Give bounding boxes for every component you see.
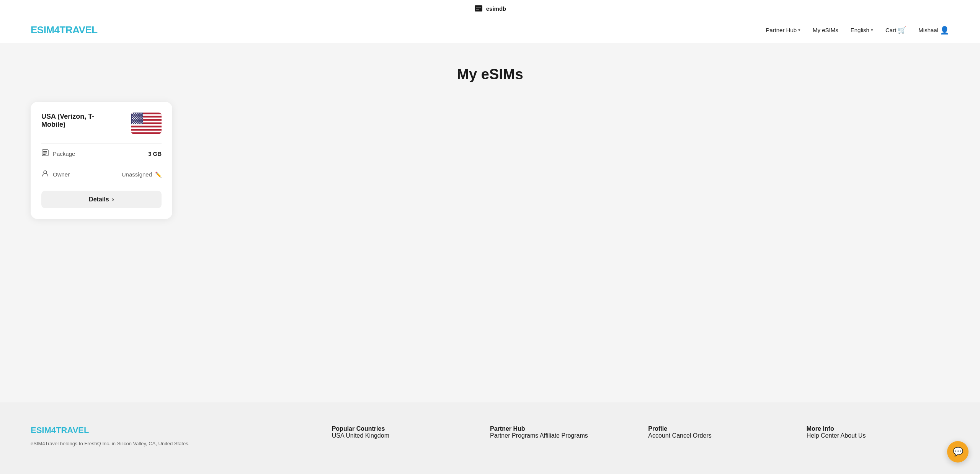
user-icon: 👤 [940, 26, 949, 35]
footer-link-partner-programs[interactable]: Partner Programs [490, 432, 538, 439]
svg-point-42 [133, 119, 134, 120]
language-label: English [851, 27, 869, 33]
svg-point-20 [139, 113, 139, 114]
main-nav: ESIM4TRAVEL Partner Hub ▾ My eSIMs Engli… [0, 17, 980, 43]
partner-hub-label: Partner Hub [766, 27, 797, 33]
esim-card-header: USA (Verizon, T-Mobile) [41, 113, 162, 134]
svg-point-57 [132, 123, 133, 124]
package-value: 3 GB [148, 150, 162, 157]
footer-more-col: More Info Help Center About Us [807, 425, 949, 448]
svg-point-19 [136, 113, 137, 114]
details-chevron-icon: › [112, 196, 114, 203]
partner-hub-nav[interactable]: Partner Hub ▾ [766, 27, 800, 33]
esim-country-name: USA (Verizon, T-Mobile) [41, 113, 118, 129]
owner-value-container: Unassigned ✏️ [122, 171, 162, 178]
footer-brand-col: ESIM4TRAVEL eSIM4Travel belongs to Fresh… [31, 425, 317, 448]
svg-point-44 [137, 119, 138, 120]
svg-point-26 [142, 114, 142, 115]
svg-point-50 [139, 121, 139, 121]
owner-icon [41, 170, 49, 179]
cart-label: Cart [885, 27, 896, 33]
svg-point-35 [139, 117, 140, 118]
svg-point-33 [135, 117, 136, 118]
user-name: Mishaal [918, 27, 938, 33]
svg-point-61 [140, 123, 141, 124]
svg-point-39 [136, 118, 137, 119]
svg-point-43 [135, 119, 136, 120]
owner-label: Owner [53, 171, 70, 178]
svg-rect-10 [131, 124, 162, 126]
svg-point-55 [139, 122, 140, 123]
svg-point-27 [132, 116, 133, 116]
svg-point-59 [136, 123, 137, 124]
logo-accent: 4 [54, 24, 60, 36]
footer-more-title: More Info [807, 425, 949, 432]
svg-point-21 [140, 113, 141, 114]
svg-point-36 [142, 117, 142, 118]
package-icon [41, 149, 49, 159]
footer: ESIM4TRAVEL eSIM4Travel belongs to Fresh… [0, 402, 980, 474]
usa-flag [131, 113, 162, 134]
footer-link-account[interactable]: Account [648, 432, 670, 439]
package-left: Package [41, 149, 75, 159]
cart-nav[interactable]: Cart 🛒 [885, 26, 906, 34]
package-label: Package [53, 150, 75, 157]
svg-point-34 [137, 117, 138, 118]
svg-rect-15 [131, 132, 162, 134]
esim-card: USA (Verizon, T-Mobile) [31, 102, 172, 219]
language-nav[interactable]: English ▾ [851, 27, 873, 33]
chat-button[interactable]: 💬 [947, 441, 969, 463]
footer-link-usa[interactable]: USA [332, 432, 344, 439]
svg-point-17 [132, 113, 133, 114]
language-chevron-icon: ▾ [871, 28, 873, 33]
svg-point-41 [140, 118, 141, 119]
logo-part2: TRAVEL [60, 24, 98, 36]
svg-rect-1 [476, 7, 481, 8]
my-esims-nav[interactable]: My eSIMs [813, 27, 838, 33]
svg-rect-0 [475, 5, 482, 11]
svg-point-30 [139, 116, 139, 116]
logo-part1: ESIM [31, 24, 54, 36]
svg-point-58 [134, 123, 135, 124]
footer-logo[interactable]: ESIM4TRAVEL [31, 425, 317, 435]
svg-rect-2 [476, 9, 479, 10]
footer-logo-accent: 4 [51, 425, 56, 435]
svg-rect-13 [131, 129, 162, 131]
svg-point-31 [140, 116, 141, 116]
svg-rect-12 [131, 127, 162, 129]
footer-logo-part2: TRAVEL [56, 425, 89, 435]
svg-point-18 [134, 113, 135, 114]
footer-link-uk[interactable]: United Kingdom [346, 432, 389, 439]
details-label: Details [89, 196, 109, 203]
footer-popular-col: Popular Countries USA United Kingdom [332, 425, 475, 448]
svg-point-54 [137, 122, 138, 123]
svg-point-52 [133, 122, 134, 123]
svg-point-51 [140, 121, 141, 121]
footer-description: eSIM4Travel belongs to FreshQ Inc. in Si… [31, 440, 317, 448]
svg-point-38 [134, 118, 135, 119]
cart-icon: 🛒 [898, 26, 906, 34]
svg-point-40 [139, 118, 139, 119]
footer-top: ESIM4TRAVEL eSIM4Travel belongs to Fresh… [31, 425, 949, 448]
footer-profile-col: Profile Account Cancel Orders [648, 425, 791, 448]
svg-rect-65 [43, 154, 46, 155]
main-content: My eSIMs USA (Verizon, T-Mobile) [0, 43, 980, 402]
svg-rect-63 [43, 151, 47, 152]
site-logo[interactable]: ESIM4TRAVEL [31, 24, 98, 36]
top-brand-name: esimdb [486, 5, 506, 12]
svg-point-29 [136, 116, 137, 116]
svg-point-48 [134, 121, 135, 121]
svg-point-56 [142, 122, 142, 123]
details-button[interactable]: Details › [41, 191, 162, 208]
owner-value-text: Unassigned [122, 171, 152, 178]
footer-link-affiliate[interactable]: Affiliate Programs [540, 432, 588, 439]
footer-link-cancel-orders[interactable]: Cancel Orders [672, 432, 712, 439]
footer-link-help[interactable]: Help Center [807, 432, 839, 439]
user-nav[interactable]: Mishaal 👤 [918, 26, 949, 35]
edit-owner-icon[interactable]: ✏️ [155, 172, 162, 178]
svg-point-22 [133, 114, 134, 115]
owner-left: Owner [41, 170, 70, 179]
footer-link-about[interactable]: About Us [841, 432, 866, 439]
owner-row: Owner Unassigned ✏️ [41, 164, 162, 185]
top-brand: esimdb [474, 4, 506, 13]
